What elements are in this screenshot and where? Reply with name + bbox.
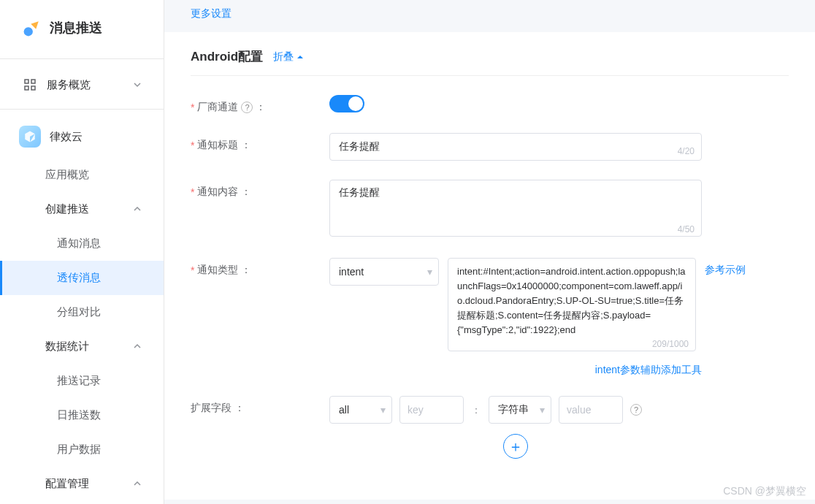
push-logo-icon xyxy=(22,18,42,38)
nav-daily-push[interactable]: 日推送数 xyxy=(0,398,164,432)
required-mark: * xyxy=(191,186,194,198)
android-config-panel: Android配置 折叠 * 厂商通道 ? ： * xyxy=(164,32,815,500)
nav-service-overview[interactable]: 服务概览 xyxy=(0,66,164,103)
more-settings-link[interactable]: 更多设置 xyxy=(191,7,232,19)
watermark: CSDN @梦翼横空 xyxy=(723,485,806,498)
label-ext: 扩展字段： xyxy=(191,396,329,415)
svg-rect-1 xyxy=(25,80,28,83)
help-icon[interactable]: ? xyxy=(241,102,253,113)
svg-rect-4 xyxy=(31,86,35,90)
nav-group-compare[interactable]: 分组对比 xyxy=(0,295,164,329)
svg-point-0 xyxy=(24,27,33,36)
intent-textarea[interactable] xyxy=(448,258,696,351)
chevron-down-icon: ▾ xyxy=(540,404,545,416)
body-counter: 4/50 xyxy=(678,224,695,234)
row-vendor-channel: * 厂商通道 ? ： xyxy=(191,95,789,114)
nav-create-push[interactable]: 创建推送 xyxy=(0,192,164,226)
body-textarea[interactable] xyxy=(329,180,702,237)
row-type: * 通知类型： intent ▾ 209/1000 参考示例 xyxy=(191,258,789,377)
nav-transparent-msg[interactable]: 透传消息 xyxy=(0,261,164,295)
app-selector[interactable]: 律效云 xyxy=(0,117,164,158)
panel-title: Android配置 xyxy=(191,48,263,65)
intent-counter: 209/1000 xyxy=(652,339,689,349)
row-title: * 通知标题： 4/20 xyxy=(191,133,789,161)
chevron-down-icon xyxy=(133,79,142,91)
label-type: * 通知类型： xyxy=(191,258,329,277)
chevron-down-icon: ▾ xyxy=(380,404,386,416)
panel-header: Android配置 折叠 xyxy=(191,48,789,76)
collapse-toggle[interactable]: 折叠 xyxy=(273,50,304,64)
nav-user-data[interactable]: 用户数据 xyxy=(0,432,164,467)
cube-icon xyxy=(19,126,41,148)
svg-rect-3 xyxy=(25,86,28,90)
required-mark: * xyxy=(191,264,194,276)
intent-helper-link[interactable]: intent参数辅助添加工具 xyxy=(595,364,702,375)
add-ext-button[interactable]: ＋ xyxy=(503,434,528,459)
ext-key-input[interactable] xyxy=(399,396,464,424)
chevron-up-icon xyxy=(133,203,142,215)
top-link-row: 更多设置 xyxy=(164,0,815,25)
required-mark: * xyxy=(191,102,194,113)
sidebar: 消息推送 服务概览 律效云 应用概览 创建推送 通知消息 透传消息 分组对比 xyxy=(0,0,164,504)
title-input[interactable] xyxy=(329,133,702,161)
divider xyxy=(0,109,164,110)
type-select[interactable]: intent ▾ xyxy=(329,258,439,286)
nav-config-mgmt[interactable]: 配置管理 xyxy=(0,467,164,501)
vendor-channel-switch[interactable] xyxy=(329,95,364,112)
chevron-up-icon xyxy=(133,478,142,490)
main-content: 更多设置 Android配置 折叠 * 厂商通道 ? ： xyxy=(164,0,815,504)
ext-value-input[interactable] xyxy=(559,396,623,424)
example-link[interactable]: 参考示例 xyxy=(705,258,746,277)
colon: ： xyxy=(471,396,481,424)
nav-notify-msg[interactable]: 通知消息 xyxy=(0,226,164,261)
divider xyxy=(0,58,164,59)
label-vendor-channel: * 厂商通道 ? ： xyxy=(191,95,329,114)
app-name: 律效云 xyxy=(50,130,83,144)
required-mark: * xyxy=(191,140,194,151)
title-counter: 4/20 xyxy=(678,146,695,156)
help-icon[interactable]: ? xyxy=(630,404,642,416)
nav-push-records[interactable]: 推送记录 xyxy=(0,364,164,398)
nav-label: 服务概览 xyxy=(47,78,91,92)
nav-app-overview[interactable]: 应用概览 xyxy=(0,158,164,192)
grid-icon xyxy=(22,77,38,93)
row-body: * 通知内容： 4/50 xyxy=(191,180,789,239)
brand-title: 消息推送 xyxy=(50,19,102,37)
nav-data-stats[interactable]: 数据统计 xyxy=(0,329,164,364)
row-ext: 扩展字段： all ▾ ： 字符串 ▾ xyxy=(191,396,789,459)
ext-type-select[interactable]: 字符串 ▾ xyxy=(489,396,551,424)
chevron-up-icon xyxy=(133,340,142,353)
brand: 消息推送 xyxy=(0,0,164,53)
label-title: * 通知标题： xyxy=(191,133,329,152)
chevron-down-icon: ▾ xyxy=(427,266,432,278)
label-body: * 通知内容： xyxy=(191,180,329,199)
caret-up-icon xyxy=(296,53,304,61)
svg-rect-2 xyxy=(31,80,35,83)
ext-scope-select[interactable]: all ▾ xyxy=(329,396,392,424)
